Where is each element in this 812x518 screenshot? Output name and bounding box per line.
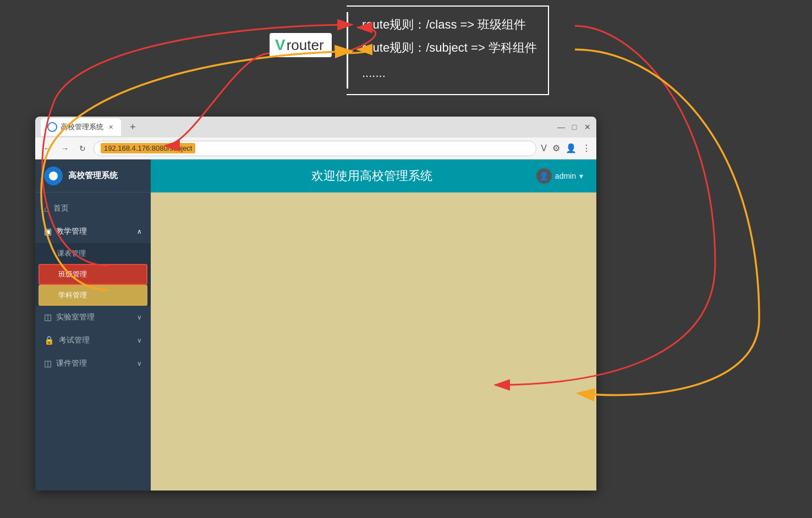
sidebar-item-lab-label: 实验室管理 — [56, 312, 95, 322]
back-button[interactable]: ← — [41, 142, 54, 155]
main-content: 欢迎使用高校管理系统 👤 admin ▾ — [151, 159, 596, 491]
window-controls: — □ ✕ — [558, 124, 591, 130]
vue-v-icon: V — [275, 36, 286, 54]
sidebar-menu: ⌂ 首页 ▣ 教学管理 ∧ 课表管理 班级管理 学科管理 — [35, 192, 151, 379]
browser-window: 高校管理系统 ✕ + — □ ✕ ← → ↻ 192.168.4.176:808… — [35, 117, 596, 491]
logo-icon — [44, 167, 63, 185]
sidebar: 高校管理系统 ⌂ 首页 ▣ 教学管理 ∧ 课表管理 班级管理 — [35, 159, 151, 491]
ext-puzzle-icon: ⚙ — [552, 143, 560, 153]
sidebar-item-home[interactable]: ⌂ 首页 — [35, 197, 151, 220]
router-label: router — [287, 37, 324, 54]
main-page-title: 欢迎使用高校管理系统 — [208, 168, 536, 184]
sidebar-item-teaching-label: 教学管理 — [56, 227, 87, 236]
tab-close-button[interactable]: ✕ — [107, 123, 114, 131]
class-label: 班级管理 — [58, 269, 87, 279]
sidebar-item-home-label: 首页 — [53, 203, 69, 213]
svg-point-4 — [48, 123, 56, 131]
browser-navbar: ← → ↻ 192.168.4.176:8080/subject V ⚙ 👤 ⋮ — [35, 137, 596, 159]
user-dropdown-icon: ▾ — [579, 172, 583, 180]
teaching-icon: ▣ — [44, 227, 52, 236]
exam-chevron-icon: ∨ — [137, 337, 142, 344]
vue-router-badge: V router — [270, 33, 332, 57]
profile-icon: 👤 — [566, 143, 577, 153]
schedule-label: 课表管理 — [57, 249, 86, 258]
sidebar-item-schedule[interactable]: 课表管理 — [35, 243, 151, 264]
teaching-chevron-up-icon: ∧ — [137, 228, 142, 235]
favicon — [47, 122, 57, 132]
forward-button[interactable]: → — [58, 142, 72, 155]
app-content: 高校管理系统 ⌂ 首页 ▣ 教学管理 ∧ 课表管理 班级管理 — [35, 159, 596, 491]
restore-button[interactable]: □ — [571, 124, 578, 130]
sidebar-item-courseware[interactable]: ◫ 课件管理 ∨ — [35, 352, 151, 375]
route-rules-box: route规则：/class => 班级组件 route规则：/subject … — [347, 5, 549, 95]
courseware-icon: ◫ — [44, 359, 52, 368]
sidebar-item-subject[interactable]: 学科管理 — [39, 285, 147, 306]
exam-icon: 🔒 — [44, 335, 54, 345]
reload-button[interactable]: ↻ — [76, 142, 89, 155]
lab-icon: ◫ — [44, 312, 52, 322]
main-header: 欢迎使用高校管理系统 👤 admin ▾ — [151, 159, 596, 192]
route-rule-2: route规则：/subject => 学科组件 — [362, 36, 537, 59]
user-menu[interactable]: 👤 admin ▾ — [536, 168, 583, 184]
sidebar-item-exam-label: 考试管理 — [59, 335, 90, 345]
address-bar[interactable]: 192.168.4.176:8080/subject — [94, 141, 536, 156]
lab-chevron-icon: ∨ — [137, 313, 142, 321]
sidebar-item-teaching[interactable]: ▣ 教学管理 ∧ — [35, 220, 151, 243]
svg-point-5 — [49, 172, 58, 180]
close-button[interactable]: ✕ — [584, 124, 591, 130]
sidebar-item-exam[interactable]: 🔒 考试管理 ∨ — [35, 329, 151, 352]
route-rule-dots: ....... — [362, 62, 537, 85]
browser-tab[interactable]: 高校管理系统 ✕ — [41, 118, 121, 136]
sidebar-title: 高校管理系统 — [68, 170, 118, 181]
sidebar-logo: 高校管理系统 — [35, 159, 151, 192]
teaching-submenu: 课表管理 班级管理 学科管理 — [35, 243, 151, 306]
url-path: /subject — [168, 144, 193, 152]
sidebar-item-class[interactable]: 班级管理 — [39, 264, 147, 285]
avatar: 👤 — [536, 168, 552, 184]
home-icon: ⌂ — [44, 204, 49, 213]
menu-dots-icon: ⋮ — [582, 143, 591, 153]
new-tab-button[interactable]: + — [125, 122, 140, 133]
tab-title: 高校管理系统 — [61, 122, 103, 132]
sidebar-item-lab[interactable]: ◫ 实验室管理 ∨ — [35, 306, 151, 329]
sidebar-item-courseware-label: 课件管理 — [56, 359, 87, 368]
minimize-button[interactable]: — — [558, 124, 564, 130]
main-body — [151, 192, 596, 491]
route-rule-1: route规则：/class => 班级组件 — [362, 13, 537, 36]
courseware-chevron-icon: ∨ — [137, 360, 142, 367]
address-highlight: 192.168.4.176:8080/subject — [101, 143, 195, 153]
vue-devtools-icon: V — [541, 144, 547, 153]
browser-titlebar: 高校管理系统 ✕ + — □ ✕ — [35, 117, 596, 137]
subject-label: 学科管理 — [58, 290, 87, 300]
url-base: 192.168.4.176:8080 — [104, 144, 168, 152]
extension-icons: V ⚙ 👤 ⋮ — [541, 143, 591, 153]
username: admin — [555, 172, 576, 180]
